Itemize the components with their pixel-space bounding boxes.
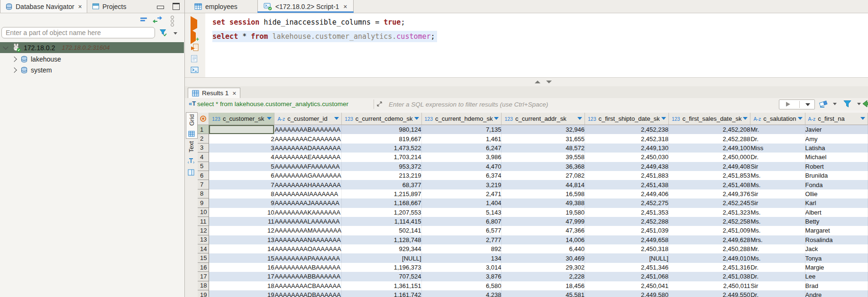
grid-cell[interactable]: 2,451,316 xyxy=(669,263,751,272)
grid-cell[interactable]: 2,451,039 xyxy=(585,226,669,235)
grid-cell[interactable]: AAAAAAAAIAAAAAAA xyxy=(274,189,342,198)
tab-employees[interactable]: employees xyxy=(189,0,243,13)
tab-projects[interactable]: Projects xyxy=(87,0,131,13)
grid-cell[interactable]: Ms. xyxy=(750,226,805,235)
grid-cell[interactable]: 2,450,000 xyxy=(669,153,751,162)
grid-cell[interactable]: AAAAAAAALAAAAAAA xyxy=(274,217,342,226)
grid-cell[interactable]: AAAAAAAACBAAAAAA xyxy=(274,281,342,290)
grid-cell[interactable]: 29,302 xyxy=(502,263,585,272)
grid-cell[interactable]: 4,470 xyxy=(422,162,502,171)
grid-cell[interactable]: Michael xyxy=(805,153,868,162)
grid-cell[interactable]: 2,450,041 xyxy=(585,281,669,290)
grid-cell[interactable]: 19 xyxy=(209,290,274,297)
erase-options-dropdown-icon[interactable] xyxy=(833,103,837,105)
grid-cell[interactable]: AAAAAAAACAAAAAAA xyxy=(274,134,342,143)
grid-cell[interactable]: Betty xyxy=(805,217,868,226)
grid-cell[interactable]: Brad xyxy=(805,281,868,290)
grid-cell[interactable]: AAAAAAAAFAAAAAAA xyxy=(274,162,342,171)
grid-cell[interactable]: Miss xyxy=(750,144,805,153)
grid-cell[interactable]: 19,580 xyxy=(502,208,585,217)
grid-cell[interactable]: Sir xyxy=(750,189,805,198)
grid-cell[interactable]: 2,449,406 xyxy=(585,189,669,198)
grid-cell[interactable]: 4 xyxy=(209,153,274,162)
grid-cell[interactable]: 2,452,288 xyxy=(669,134,751,143)
sql-code-line-1[interactable]: set session hide_inaccessible_columns = … xyxy=(212,15,868,29)
grid-cell[interactable]: 2,450,288 xyxy=(669,244,751,253)
grid-cell[interactable]: 1,473,522 xyxy=(342,144,421,153)
result-grid[interactable]: 123c_customer_skA-zc_customer_id123c_cur… xyxy=(198,110,868,297)
grid-cell[interactable]: 36,368 xyxy=(502,162,585,171)
grid-cell[interactable]: AAAAAAAAPAAAAAAA xyxy=(274,253,342,262)
grid-cell[interactable]: AAAAAAAAABAAAAAA xyxy=(274,263,342,272)
column-header-c_customer_id[interactable]: A-zc_customer_id xyxy=(274,113,342,125)
grid-cell[interactable]: 2,452,238 xyxy=(585,125,669,134)
column-header-c_first_shipto_date_sk[interactable]: 123c_first_shipto_date_sk xyxy=(585,113,669,125)
grid-cell[interactable]: Dr. xyxy=(750,290,805,297)
column-header-c_current_cdemo_sk[interactable]: 123c_current_cdemo_sk xyxy=(342,113,421,125)
grid-cell[interactable]: Dr. xyxy=(750,263,805,272)
grid-cell[interactable]: Albert xyxy=(805,208,868,217)
fetch-previous-page-icon[interactable] xyxy=(862,99,868,108)
grid-cell[interactable]: 1,703,214 xyxy=(342,153,421,162)
grid-cell[interactable]: 17 xyxy=(209,272,274,281)
row-header-15[interactable]: 15 xyxy=(198,253,209,262)
grid-cell[interactable]: 49,388 xyxy=(502,198,585,207)
grid-cell[interactable]: 16 xyxy=(209,263,274,272)
grid-cell[interactable]: 6,807 xyxy=(422,217,502,226)
column-dropdown-icon[interactable] xyxy=(267,117,272,120)
tab-results-1[interactable]: Results 1 × xyxy=(188,88,240,98)
grid-cell[interactable]: 1,404 xyxy=(422,198,502,207)
grid-cell[interactable]: 3,986 xyxy=(422,153,502,162)
grid-cell[interactable]: 44,814 xyxy=(502,180,585,189)
grid-cell[interactable]: Jack xyxy=(805,244,868,253)
grid-cell[interactable]: 2,452,208 xyxy=(669,125,751,134)
grid-cell[interactable]: 31,655 xyxy=(502,134,585,143)
presentation-tab-text[interactable]: Text xyxy=(186,140,197,165)
grid-cell[interactable]: 2,451,346 xyxy=(585,263,669,272)
row-header-9[interactable]: 9 xyxy=(198,198,209,207)
grid-cell[interactable] xyxy=(209,125,274,134)
row-header-11[interactable]: 11 xyxy=(198,217,209,226)
grid-cell[interactable]: 2,449,550 xyxy=(669,290,751,297)
grid-cell[interactable]: Mrs. xyxy=(750,235,805,244)
filters-icon[interactable] xyxy=(843,99,852,108)
grid-cell[interactable]: Mr. xyxy=(750,125,805,134)
row-header-10[interactable]: 10 xyxy=(198,208,209,217)
tree-item-lakehouse[interactable]: lakehouse xyxy=(0,54,184,64)
grid-cell[interactable]: 2,777 xyxy=(422,235,502,244)
grid-cell[interactable]: 2,452,245 xyxy=(669,198,751,207)
explain-plan-icon[interactable] xyxy=(191,55,198,63)
grid-cell[interactable]: AAAAAAAADBAAAAAA xyxy=(274,290,342,297)
row-header-13[interactable]: 13 xyxy=(198,235,209,244)
column-dropdown-icon[interactable] xyxy=(743,117,748,120)
grid-cell[interactable]: 3,014 xyxy=(422,263,502,272)
column-dropdown-icon[interactable] xyxy=(334,117,339,120)
grid-cell[interactable]: Karl xyxy=(805,198,868,207)
grid-cell[interactable]: 2,449,580 xyxy=(585,290,669,297)
grid-cell[interactable]: 2,451,438 xyxy=(585,180,669,189)
grid-cell[interactable]: Lee xyxy=(805,272,868,281)
grid-cell[interactable]: 2,449,010 xyxy=(669,253,751,262)
grid-cell[interactable]: Robert xyxy=(805,162,868,171)
grid-cell[interactable]: 8 xyxy=(209,189,274,198)
column-dropdown-icon[interactable] xyxy=(860,117,865,120)
grid-cell[interactable]: Ms. xyxy=(750,217,805,226)
grid-cell[interactable]: AAAAAAAAGAAAAAAA xyxy=(274,171,342,180)
execute-in-new-tab-icon[interactable]: + xyxy=(191,33,196,41)
grid-cell[interactable]: 27,082 xyxy=(502,171,585,180)
custom-filter-icon[interactable]: «T xyxy=(189,100,196,107)
row-header-3[interactable]: 3 xyxy=(198,144,209,153)
grid-cell[interactable]: Ms. xyxy=(750,253,805,262)
grid-cell[interactable]: 1,215,897 xyxy=(342,189,421,198)
grid-cell[interactable]: 3 xyxy=(209,144,274,153)
grid-cell[interactable]: Ollie xyxy=(805,189,868,198)
expand-filter-icon[interactable] xyxy=(376,100,383,108)
grid-cell[interactable]: 2,452,318 xyxy=(585,134,669,143)
grid-cell[interactable]: 2,451,009 xyxy=(669,226,751,235)
grid-cell[interactable]: 2,450,011 xyxy=(669,281,751,290)
grid-cell[interactable]: 2,449,376 xyxy=(669,189,751,198)
grid-cell[interactable]: AAAAAAAAKAAAAAAA xyxy=(274,208,342,217)
grid-cell[interactable]: Latisha xyxy=(805,144,868,153)
grid-cell[interactable]: 6,440 xyxy=(502,244,585,253)
presentation-tab-grid[interactable]: Grid xyxy=(186,112,198,139)
